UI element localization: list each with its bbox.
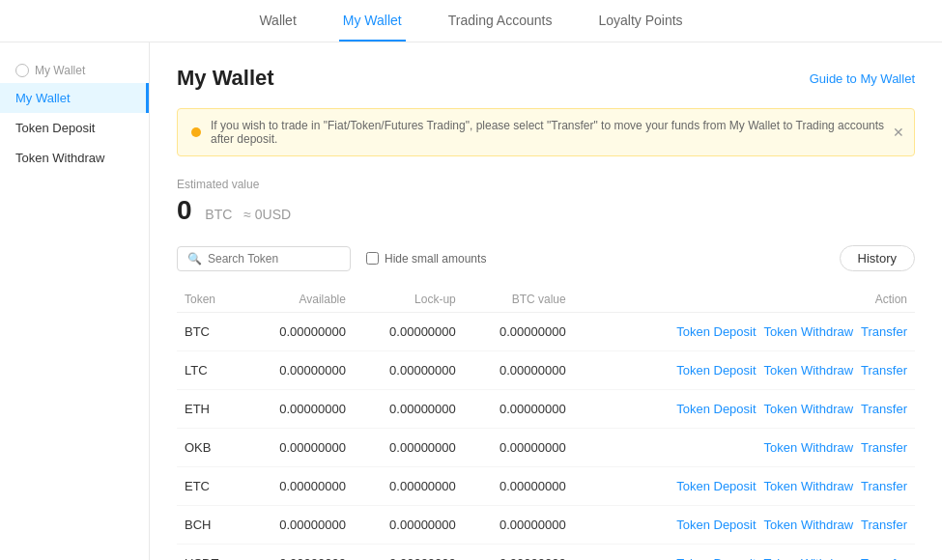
token-available: 0.00000000 bbox=[243, 506, 354, 545]
warning-dot-icon bbox=[191, 127, 201, 137]
col-btc-value: BTC value bbox=[464, 287, 574, 313]
action-link-transfer[interactable]: Transfer bbox=[861, 324, 907, 339]
token-action-cell: Token DepositToken WithdrawTransfer bbox=[574, 390, 915, 429]
hide-small-checkbox[interactable] bbox=[366, 252, 379, 265]
info-banner-text: If you wish to trade in "Fiat/Token/Futu… bbox=[211, 119, 900, 146]
sidebar: My Wallet My Wallet Token Deposit Token … bbox=[0, 42, 150, 560]
token-table-body: BTC0.000000000.000000000.00000000Token D… bbox=[177, 313, 915, 561]
sidebar-item-my-wallet[interactable]: My Wallet bbox=[0, 83, 149, 113]
action-link-transfer[interactable]: Transfer bbox=[861, 518, 907, 532]
table-row: USDT0.000000000.000000000.00000000Token … bbox=[177, 545, 915, 561]
action-link-token-withdraw[interactable]: Token Withdraw bbox=[764, 440, 853, 455]
token-lockup: 0.00000000 bbox=[354, 351, 464, 390]
token-action-cell: Token DepositToken WithdrawTransfer bbox=[574, 506, 915, 545]
table-row: BCH0.000000000.000000000.00000000Token D… bbox=[177, 506, 915, 545]
nav-item-trading-accounts[interactable]: Trading Accounts bbox=[444, 1, 557, 42]
hide-small-label: Hide small amounts bbox=[385, 252, 486, 266]
action-link-token-deposit[interactable]: Token Deposit bbox=[676, 324, 756, 339]
action-link-token-deposit[interactable]: Token Deposit bbox=[676, 402, 756, 416]
action-link-token-deposit[interactable]: Token Deposit bbox=[676, 518, 756, 532]
token-action-cell: Token DepositToken WithdrawTransfer bbox=[574, 545, 915, 561]
main-content: My Wallet Guide to My Wallet If you wish… bbox=[150, 42, 942, 560]
token-name: USDT bbox=[177, 545, 243, 561]
action-link-token-deposit[interactable]: Token Deposit bbox=[676, 556, 756, 560]
close-icon[interactable]: ✕ bbox=[893, 125, 904, 140]
estimated-value: 0 BTC ≈ 0USD bbox=[177, 195, 915, 226]
token-name: BCH bbox=[177, 506, 243, 545]
token-available: 0.00000000 bbox=[243, 429, 354, 467]
token-action-cell: Token WithdrawTransfer bbox=[574, 429, 915, 467]
nav-item-wallet[interactable]: Wallet bbox=[255, 1, 300, 42]
nav-item-my-wallet[interactable]: My Wallet bbox=[339, 1, 406, 42]
action-link-token-withdraw[interactable]: Token Withdraw bbox=[764, 479, 853, 493]
estimated-label: Estimated value bbox=[177, 178, 915, 191]
token-lockup: 0.00000000 bbox=[354, 506, 464, 545]
search-box[interactable]: 🔍 bbox=[177, 246, 351, 271]
action-link-transfer[interactable]: Transfer bbox=[861, 363, 907, 378]
main-header: My Wallet Guide to My Wallet bbox=[177, 66, 915, 91]
circle-icon bbox=[15, 64, 29, 77]
action-link-transfer[interactable]: Transfer bbox=[861, 440, 907, 455]
col-available: Available bbox=[243, 287, 354, 313]
token-action-cell: Token DepositToken WithdrawTransfer bbox=[574, 351, 915, 390]
action-link-transfer[interactable]: Transfer bbox=[861, 556, 907, 560]
token-btc-value: 0.00000000 bbox=[464, 545, 574, 561]
token-action-cell: Token DepositToken WithdrawTransfer bbox=[574, 313, 915, 351]
token-btc-value: 0.00000000 bbox=[464, 313, 574, 351]
col-token: Token bbox=[177, 287, 243, 313]
token-lockup: 0.00000000 bbox=[354, 545, 464, 561]
token-available: 0.00000000 bbox=[243, 351, 354, 390]
info-banner: If you wish to trade in "Fiat/Token/Futu… bbox=[177, 108, 915, 156]
token-name: ETH bbox=[177, 390, 243, 429]
token-table: Token Available Lock-up BTC value Action… bbox=[177, 287, 915, 560]
action-link-token-deposit[interactable]: Token Deposit bbox=[676, 363, 756, 378]
table-row: ETC0.000000000.000000000.00000000Token D… bbox=[177, 467, 915, 506]
token-lockup: 0.00000000 bbox=[354, 313, 464, 351]
table-row: LTC0.000000000.000000000.00000000Token D… bbox=[177, 351, 915, 390]
guide-link[interactable]: Guide to My Wallet bbox=[810, 71, 915, 86]
table-row: ETH0.000000000.000000000.00000000Token D… bbox=[177, 390, 915, 429]
layout: My Wallet My Wallet Token Deposit Token … bbox=[0, 42, 942, 560]
token-available: 0.00000000 bbox=[243, 313, 354, 351]
table-row: OKB0.000000000.000000000.00000000Token W… bbox=[177, 429, 915, 467]
token-name: ETC bbox=[177, 467, 243, 506]
search-icon: 🔍 bbox=[187, 252, 202, 266]
token-btc-value: 0.00000000 bbox=[464, 467, 574, 506]
token-lockup: 0.00000000 bbox=[354, 390, 464, 429]
action-link-token-withdraw[interactable]: Token Withdraw bbox=[764, 402, 853, 416]
table-row: BTC0.000000000.000000000.00000000Token D… bbox=[177, 313, 915, 351]
token-btc-value: 0.00000000 bbox=[464, 429, 574, 467]
nav-item-loyalty-points[interactable]: Loyalty Points bbox=[594, 1, 686, 42]
action-link-transfer[interactable]: Transfer bbox=[861, 402, 907, 416]
token-name: LTC bbox=[177, 351, 243, 390]
action-link-token-deposit[interactable]: Token Deposit bbox=[676, 479, 756, 493]
sidebar-section-label: My Wallet bbox=[35, 64, 85, 77]
token-name: OKB bbox=[177, 429, 243, 467]
token-btc-value: 0.00000000 bbox=[464, 351, 574, 390]
sidebar-item-token-withdraw[interactable]: Token Withdraw bbox=[0, 143, 149, 173]
token-lockup: 0.00000000 bbox=[354, 429, 464, 467]
col-lockup: Lock-up bbox=[354, 287, 464, 313]
controls-row: 🔍 Hide small amounts History bbox=[177, 245, 915, 271]
sidebar-item-token-deposit[interactable]: Token Deposit bbox=[0, 113, 149, 143]
hide-small-amounts[interactable]: Hide small amounts bbox=[366, 252, 486, 266]
action-link-token-withdraw[interactable]: Token Withdraw bbox=[764, 556, 853, 560]
top-nav: Wallet My Wallet Trading Accounts Loyalt… bbox=[0, 0, 942, 42]
token-available: 0.00000000 bbox=[243, 390, 354, 429]
history-button[interactable]: History bbox=[840, 245, 915, 271]
col-action: Action bbox=[574, 287, 915, 313]
sidebar-section: My Wallet bbox=[0, 58, 149, 83]
action-link-transfer[interactable]: Transfer bbox=[861, 479, 907, 493]
action-link-token-withdraw[interactable]: Token Withdraw bbox=[764, 518, 853, 532]
token-btc-value: 0.00000000 bbox=[464, 390, 574, 429]
page-title: My Wallet bbox=[177, 66, 274, 91]
estimated-unit: BTC ≈ 0USD bbox=[205, 207, 291, 222]
action-link-token-withdraw[interactable]: Token Withdraw bbox=[764, 363, 853, 378]
token-action-cell: Token DepositToken WithdrawTransfer bbox=[574, 467, 915, 506]
action-link-token-withdraw[interactable]: Token Withdraw bbox=[764, 324, 853, 339]
token-name: BTC bbox=[177, 313, 243, 351]
token-available: 0.00000000 bbox=[243, 545, 354, 561]
estimated-amount: 0 bbox=[177, 195, 192, 225]
token-btc-value: 0.00000000 bbox=[464, 506, 574, 545]
search-input[interactable] bbox=[208, 252, 340, 266]
